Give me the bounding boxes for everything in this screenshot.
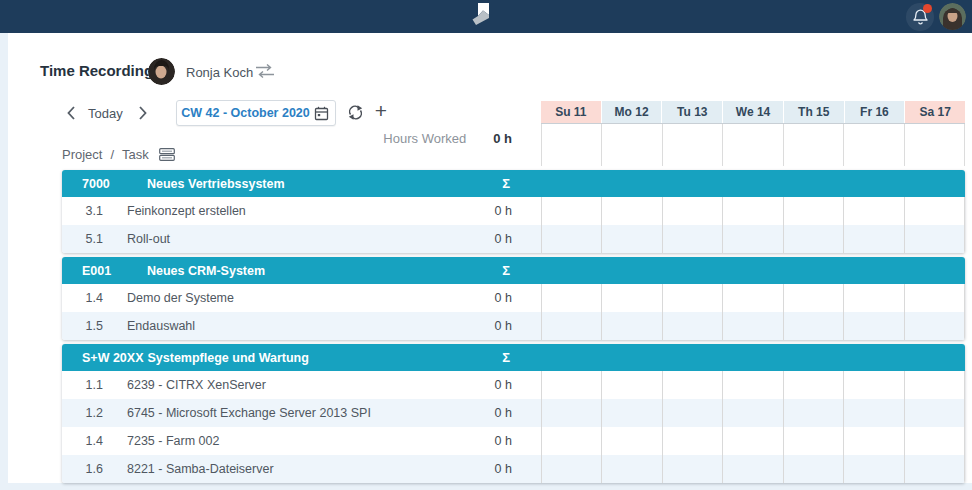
time-entry-cell[interactable] (663, 427, 723, 455)
task-row[interactable]: 1.4Demo der Systeme0 h (62, 284, 965, 312)
task-row[interactable]: 1.16239 - CITRX XenServer0 h (62, 371, 965, 399)
day-strip-cell[interactable] (663, 124, 723, 166)
sum-sigma-label: Σ (502, 263, 510, 278)
time-entry-cell[interactable] (844, 371, 904, 399)
time-entry-cell[interactable] (541, 455, 602, 483)
notifications-button[interactable] (906, 3, 934, 31)
time-entry-cell[interactable] (602, 427, 662, 455)
period-selector[interactable]: CW 42 - October 2020 (176, 100, 336, 126)
time-entry-cell[interactable] (784, 225, 844, 253)
task-day-cells (541, 225, 965, 253)
time-entry-cell[interactable] (723, 197, 783, 225)
time-entry-cell[interactable] (844, 399, 904, 427)
time-entry-cell[interactable] (723, 284, 783, 312)
time-entry-cell[interactable] (844, 427, 904, 455)
time-entry-cell[interactable] (602, 197, 662, 225)
time-entry-cell[interactable] (723, 312, 783, 340)
time-entry-cell[interactable] (602, 455, 662, 483)
time-entry-cell[interactable] (784, 427, 844, 455)
time-entry-cell[interactable] (663, 455, 723, 483)
task-number: 1.4 (62, 291, 103, 305)
time-entry-cell[interactable] (905, 284, 965, 312)
time-entry-cell[interactable] (602, 371, 662, 399)
today-button[interactable]: Today (88, 106, 123, 121)
calendar-icon[interactable] (314, 106, 329, 121)
time-entry-cell[interactable] (541, 284, 602, 312)
time-entry-cell[interactable] (905, 225, 965, 253)
time-entry-cell[interactable] (784, 197, 844, 225)
task-day-cells (541, 455, 965, 483)
task-row[interactable]: 1.26745 - Microsoft Exchange Server 2013… (62, 399, 965, 427)
time-entry-cell[interactable] (663, 284, 723, 312)
task-row[interactable]: 1.47235 - Farm 0020 h (62, 427, 965, 455)
time-entry-cell[interactable] (844, 455, 904, 483)
chevron-left-icon (66, 105, 76, 121)
time-entry-cell[interactable] (602, 284, 662, 312)
project-header-row[interactable]: 7000Neues VertriebssystemΣ (62, 170, 965, 197)
task-number: 1.2 (62, 406, 103, 420)
time-entry-cell[interactable] (844, 197, 904, 225)
refresh-button[interactable] (347, 104, 364, 121)
time-entry-cell[interactable] (723, 371, 783, 399)
time-entry-cell[interactable] (663, 312, 723, 340)
time-entry-cell[interactable] (723, 455, 783, 483)
task-row[interactable]: 5.1Roll-out0 h (62, 225, 965, 253)
notification-badge (923, 4, 932, 13)
time-entry-cell[interactable] (663, 371, 723, 399)
time-entry-cell[interactable] (844, 225, 904, 253)
task-day-cells (541, 427, 965, 455)
day-strip-cell[interactable] (844, 124, 904, 166)
time-entry-cell[interactable] (784, 284, 844, 312)
time-entry-cell[interactable] (663, 197, 723, 225)
time-entry-cell[interactable] (663, 399, 723, 427)
task-row[interactable]: 1.5Endauswahl0 h (62, 312, 965, 340)
previous-week-button[interactable] (66, 105, 80, 121)
time-entry-cell[interactable] (844, 312, 904, 340)
day-strip-cell[interactable] (784, 124, 844, 166)
time-entry-cell[interactable] (541, 371, 602, 399)
project-header-row[interactable]: S+W 20XXSystempflege und WartungΣ (62, 344, 965, 371)
topbar-user-avatar[interactable] (939, 3, 966, 30)
day-strip-cell[interactable] (905, 124, 965, 166)
day-header-cell: Fr 16 (845, 101, 905, 123)
time-entry-cell[interactable] (541, 427, 602, 455)
selected-user-avatar[interactable] (148, 58, 175, 85)
tree-separator: / (110, 147, 114, 162)
time-entry-cell[interactable] (905, 371, 965, 399)
time-entry-cell[interactable] (602, 399, 662, 427)
task-row[interactable]: 3.1Feinkonzept erstellen0 h (62, 197, 965, 225)
time-entry-cell[interactable] (541, 225, 602, 253)
task-row[interactable]: 1.68221 - Samba-Dateiserver0 h (62, 455, 965, 483)
time-entry-cell[interactable] (723, 427, 783, 455)
time-entry-cell[interactable] (844, 284, 904, 312)
day-strip-cell[interactable] (602, 124, 662, 166)
time-entry-cell[interactable] (541, 399, 602, 427)
time-entry-cell[interactable] (602, 312, 662, 340)
next-week-button[interactable] (138, 105, 152, 121)
time-entry-cell[interactable] (784, 455, 844, 483)
time-entry-cell[interactable] (905, 312, 965, 340)
time-entry-cell[interactable] (905, 427, 965, 455)
time-entry-cell[interactable] (723, 399, 783, 427)
time-entry-cell[interactable] (905, 197, 965, 225)
time-entry-cell[interactable] (905, 399, 965, 427)
time-entry-cell[interactable] (784, 312, 844, 340)
time-entry-cell[interactable] (784, 399, 844, 427)
day-strip-cell[interactable] (723, 124, 783, 166)
time-entry-cell[interactable] (784, 371, 844, 399)
time-entry-cell[interactable] (723, 225, 783, 253)
page-title: Time Recording (40, 62, 153, 79)
project-header-row[interactable]: E001Neues CRM-SystemΣ (62, 257, 965, 284)
time-entry-cell[interactable] (541, 312, 602, 340)
add-task-button[interactable]: + (371, 99, 391, 123)
time-entry-cell[interactable] (663, 225, 723, 253)
switch-user-button[interactable] (254, 63, 276, 79)
time-entry-cell[interactable] (602, 225, 662, 253)
time-entry-cell[interactable] (541, 197, 602, 225)
task-number: 1.6 (62, 462, 103, 476)
day-strip-cell[interactable] (541, 124, 602, 166)
time-entry-cell[interactable] (905, 455, 965, 483)
task-name: Roll-out (127, 232, 170, 246)
project-group: E001Neues CRM-SystemΣ1.4Demo der Systeme… (62, 257, 965, 340)
row-view-icon[interactable] (159, 148, 175, 161)
